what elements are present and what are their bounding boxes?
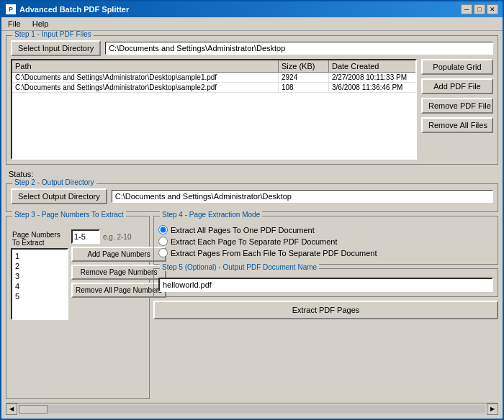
radio-row-3: Extract Pages From Each File To Separate… bbox=[158, 248, 493, 257]
menu-file[interactable]: File bbox=[6, 19, 23, 29]
status-label: Status: bbox=[9, 170, 33, 178]
cell-path-2: C:\Documents and Settings\Administrator\… bbox=[12, 83, 279, 92]
radio-label-3: Extract Pages From Each File To Separate… bbox=[171, 249, 377, 257]
cell-path-1: C:\Documents and Settings\Administrator\… bbox=[12, 73, 279, 82]
step5-label: Step 5 (Optional) - Output PDF Document … bbox=[160, 263, 319, 271]
grid-buttons: Populate Grid Add PDF File Remove PDF Fi… bbox=[421, 59, 493, 160]
menu-help[interactable]: Help bbox=[30, 19, 51, 29]
step4-5-area: Step 4 - Page Extraction Mode Extract Al… bbox=[153, 216, 498, 399]
output-filename-input[interactable] bbox=[158, 278, 493, 292]
page-numbers-list: 1 2 3 4 5 bbox=[11, 248, 68, 320]
list-item[interactable]: 4 bbox=[14, 281, 66, 291]
select-input-dir-button[interactable]: Select Input Directory bbox=[11, 40, 101, 56]
page-number-input[interactable] bbox=[71, 229, 100, 244]
maximize-button[interactable]: □ bbox=[474, 4, 485, 14]
output-path-display: C:\Documents and Settings\Administrator\… bbox=[112, 190, 493, 203]
menu-bar: File Help bbox=[1, 17, 503, 31]
remove-all-page-numbers-button[interactable]: Remove All Page Numbers bbox=[71, 283, 166, 298]
step1-label: Step 1 - Input PDF Files bbox=[12, 31, 94, 38]
scrollbar-thumb[interactable] bbox=[19, 405, 48, 414]
table-row[interactable]: C:\Documents and Settings\Administrator\… bbox=[12, 83, 415, 93]
radio-option-3[interactable] bbox=[158, 248, 168, 257]
add-page-numbers-button[interactable]: Add Page Numbers bbox=[71, 247, 166, 262]
cell-size-2: 108 bbox=[279, 83, 329, 92]
scrollbar[interactable]: ◀ ▶ bbox=[6, 403, 498, 414]
radio-row-1: Extract All Pages To One PDF Document bbox=[158, 225, 493, 234]
radio-label-2: Extract Each Page To Separate PDF Docume… bbox=[171, 237, 338, 246]
extract-pdf-pages-button[interactable]: Extract PDF Pages bbox=[153, 301, 498, 319]
title-bar: P Advanced Batch PDF Splitter ─ □ ✕ bbox=[1, 1, 503, 17]
scroll-left-button[interactable]: ◀ bbox=[6, 403, 17, 415]
scrollbar-track[interactable] bbox=[19, 405, 485, 414]
list-item[interactable]: 1 bbox=[14, 251, 66, 261]
step3-right: e.g. 2-10 Add Page Numbers Remove Page N… bbox=[71, 229, 166, 320]
list-item[interactable]: 3 bbox=[14, 271, 66, 281]
step1-row: Select Input Directory C:\Documents and … bbox=[11, 40, 493, 56]
content-area: Step 1 - Input PDF Files Select Input Di… bbox=[1, 31, 503, 419]
step2-label: Step 2 - Output Directory bbox=[12, 178, 96, 186]
step1-section: Step 1 - Input PDF Files Select Input Di… bbox=[6, 35, 498, 165]
step3-section: Step 3 - Page Numbers To Extract Page Nu… bbox=[6, 216, 150, 399]
step4-section: Step 4 - Page Extraction Mode Extract Al… bbox=[153, 216, 498, 265]
window-title: Advanced Batch PDF Splitter bbox=[19, 5, 129, 14]
list-item[interactable]: 2 bbox=[14, 261, 66, 271]
remove-pdf-button[interactable]: Remove PDF File bbox=[421, 98, 493, 114]
page-input-hint: e.g. 2-10 bbox=[103, 233, 131, 241]
col-size-header: Size (KB) bbox=[279, 60, 329, 72]
title-buttons: ─ □ ✕ bbox=[461, 4, 498, 14]
title-bar-left: P Advanced Batch PDF Splitter bbox=[6, 4, 129, 14]
add-pdf-button[interactable]: Add PDF File bbox=[421, 78, 493, 94]
bottom-sections: Step 3 - Page Numbers To Extract Page Nu… bbox=[6, 216, 498, 399]
minimize-button[interactable]: ─ bbox=[461, 4, 472, 14]
page-input-area: e.g. 2-10 bbox=[71, 229, 166, 244]
grid-container: Path Size (KB) Date Created C:\Documents… bbox=[11, 59, 493, 160]
input-path-display: C:\Documents and Settings\Administrator\… bbox=[105, 42, 493, 55]
radio-label-1: Extract All Pages To One PDF Document bbox=[171, 226, 315, 234]
populate-grid-button[interactable]: Populate Grid bbox=[421, 59, 493, 75]
cell-size-1: 2924 bbox=[279, 73, 329, 82]
step2-section: Step 2 - Output Directory Select Output … bbox=[6, 183, 498, 212]
scroll-right-button[interactable]: ▶ bbox=[487, 403, 498, 415]
list-item[interactable]: 5 bbox=[14, 291, 66, 301]
remove-all-files-button[interactable]: Remove All Files bbox=[421, 117, 493, 133]
step3-label: Step 3 - Page Numbers To Extract bbox=[12, 211, 126, 219]
page-list-header: Page Numbers To Extract bbox=[11, 229, 68, 248]
close-button[interactable]: ✕ bbox=[487, 4, 498, 14]
main-window: P Advanced Batch PDF Splitter ─ □ ✕ File… bbox=[0, 0, 504, 420]
table-row[interactable]: C:\Documents and Settings\Administrator\… bbox=[12, 73, 415, 83]
cell-date-2: 3/6/2008 11:36:46 PM bbox=[329, 83, 415, 92]
grid-header: Path Size (KB) Date Created bbox=[12, 60, 415, 73]
col-path-header: Path bbox=[12, 60, 279, 72]
app-icon: P bbox=[6, 4, 16, 14]
radio-option-1[interactable] bbox=[158, 225, 168, 234]
col-date-header: Date Created bbox=[329, 60, 415, 72]
step2-row: Select Output Directory C:\Documents and… bbox=[11, 188, 493, 204]
step5-section: Step 5 (Optional) - Output PDF Document … bbox=[153, 268, 498, 297]
cell-date-1: 2/27/2008 10:11:33 PM bbox=[329, 73, 415, 82]
select-output-dir-button[interactable]: Select Output Directory bbox=[11, 188, 107, 204]
remove-page-numbers-button[interactable]: Remove Page Numbers bbox=[71, 265, 166, 280]
files-grid: Path Size (KB) Date Created C:\Documents… bbox=[11, 59, 417, 160]
radio-option-2[interactable] bbox=[158, 237, 168, 246]
radio-row-2: Extract Each Page To Separate PDF Docume… bbox=[158, 237, 493, 246]
step4-label: Step 4 - Page Extraction Mode bbox=[160, 211, 262, 219]
